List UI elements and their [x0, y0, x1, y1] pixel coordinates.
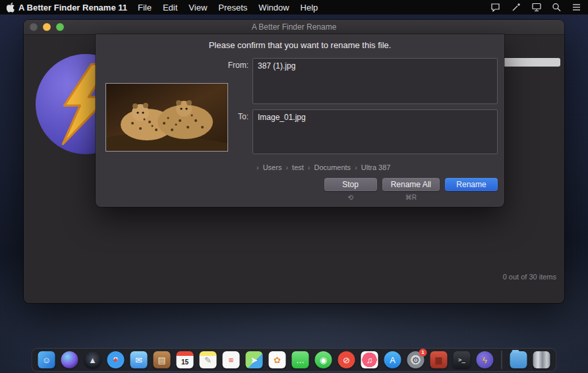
- from-label: From:: [209, 61, 249, 70]
- dialog-buttons: Stop ⟲ Rename All ⌘R Rename: [324, 178, 498, 202]
- menu-bar: A Better Finder Rename 11 FileEditViewPr…: [0, 0, 588, 14]
- to-label: To:: [209, 112, 249, 121]
- dock-item-photos[interactable]: ✿: [269, 351, 286, 368]
- app-glyph: ✦: [112, 356, 119, 364]
- window-title: A Better Finder Rename: [24, 22, 564, 32]
- app-glyph: ▦: [434, 356, 442, 364]
- dock-item-finder[interactable]: ☺: [38, 351, 55, 368]
- dock-item-toolbox[interactable]: ▦: [430, 351, 448, 368]
- to-filename-field[interactable]: Image_01.jpg: [252, 109, 498, 154]
- rename-button[interactable]: Rename: [445, 178, 498, 191]
- app-glyph: ✎: [204, 356, 212, 364]
- app-glyph: ⚙: [412, 356, 420, 364]
- dock-item-notes[interactable]: ✎: [200, 351, 217, 368]
- app-glyph: ⊘: [343, 356, 350, 364]
- app-glyph: ▲: [88, 356, 97, 364]
- dock-item-maps[interactable]: ➤: [246, 351, 263, 368]
- menu-view[interactable]: View: [189, 3, 207, 13]
- menu-app-name[interactable]: A Better Finder Rename 11: [18, 3, 127, 13]
- app-glyph: ✉: [135, 356, 142, 364]
- dock: ☺ ▲ ✦ ✉ ▤: [32, 348, 557, 372]
- dialog-message: Please confirm that you want to rename t…: [96, 40, 504, 50]
- dock-item-app-store[interactable]: A: [384, 351, 401, 368]
- menu-presets[interactable]: Presets: [218, 3, 247, 13]
- desktop: A Better Finder Rename 11 FileEditViewPr…: [0, 0, 588, 373]
- display-icon[interactable]: [531, 3, 542, 12]
- window-titlebar[interactable]: A Better Finder Rename: [24, 20, 564, 35]
- dock-item-reminders[interactable]: ≡: [223, 351, 240, 368]
- crumb-ultra-387: Ultra 387: [351, 163, 390, 171]
- menu-help[interactable]: Help: [301, 3, 318, 13]
- menu-edit[interactable]: Edit: [163, 3, 177, 13]
- dock-item-siri[interactable]: [61, 351, 78, 368]
- app-glyph: ▤: [158, 356, 165, 364]
- notification-badge: 1: [419, 349, 427, 357]
- app-glyph: >_: [458, 357, 465, 363]
- app-glyph: ≡: [229, 356, 234, 364]
- progress-bar: [500, 58, 560, 67]
- app-glyph: ☺: [42, 356, 51, 364]
- menu-window[interactable]: Window: [258, 3, 289, 13]
- breadcrumb: UserstestDocumentsUltra 387: [252, 163, 390, 171]
- dock-item-system-preferences[interactable]: ⚙ 1: [407, 351, 425, 368]
- dock-item-facetime[interactable]: ◉: [315, 351, 332, 368]
- notification-center-icon[interactable]: [572, 3, 581, 11]
- wand-icon[interactable]: [511, 3, 521, 12]
- rename-all-shortcut-hint: ⌘R: [405, 194, 417, 202]
- menu-file[interactable]: File: [138, 3, 152, 13]
- app-glyph: A: [390, 356, 396, 364]
- rename-all-button[interactable]: Rename All: [382, 178, 440, 191]
- app-glyph: ✿: [274, 356, 281, 364]
- items-count-status: 0 out of 30 items: [503, 273, 556, 281]
- from-filename-field[interactable]: 387 (1).jpg: [252, 58, 498, 104]
- dock-apps: ☺ ▲ ✦ ✉ ▤: [38, 351, 494, 368]
- stop-shortcut-hint: ⟲: [347, 194, 353, 202]
- dock-item-terminal[interactable]: >_: [454, 351, 471, 368]
- app-window: A Better Finder Rename 0 out of 30 items…: [24, 20, 564, 303]
- dock-item-safari[interactable]: ✦: [107, 351, 125, 368]
- menu-status-icons: [490, 3, 581, 12]
- rename-confirm-dialog: Please confirm that you want to rename t…: [96, 34, 504, 207]
- app-glyph: ➤: [250, 356, 258, 364]
- dock-item-trash[interactable]: [533, 351, 550, 368]
- dock-separator: [502, 351, 502, 369]
- app-glyph: ϟ: [483, 356, 487, 364]
- dock-item-music[interactable]: ♫: [361, 351, 378, 368]
- dock-item-better-finder-rename[interactable]: ϟ: [477, 351, 494, 368]
- menu-items: FileEditViewPresetsWindowHelp: [138, 3, 318, 13]
- dock-item-downloads-folder[interactable]: [510, 351, 527, 368]
- app-glyph: …: [296, 356, 305, 364]
- dock-item-launchpad[interactable]: ▲: [84, 351, 102, 368]
- dock-item-blocked[interactable]: ⊘: [338, 351, 355, 368]
- app-glyph: 15: [181, 359, 189, 366]
- crumb-documents: Documents: [304, 163, 351, 171]
- dock-item-mail[interactable]: ✉: [131, 351, 148, 368]
- app-glyph: ◉: [320, 356, 327, 364]
- apple-menu-icon[interactable]: [7, 3, 15, 13]
- dock-item-books[interactable]: ▤: [154, 351, 171, 368]
- crumb-test: test: [281, 163, 303, 171]
- app-glyph: ♫: [367, 356, 373, 364]
- spotlight-search-icon[interactable]: [552, 3, 562, 12]
- crumb-users: Users: [252, 163, 281, 171]
- dock-folders: [510, 351, 550, 368]
- stop-button[interactable]: Stop: [324, 178, 377, 191]
- chat-bubble-icon[interactable]: [490, 3, 501, 12]
- dock-item-calendar[interactable]: 15: [177, 351, 194, 368]
- dock-item-messages[interactable]: …: [292, 351, 309, 368]
